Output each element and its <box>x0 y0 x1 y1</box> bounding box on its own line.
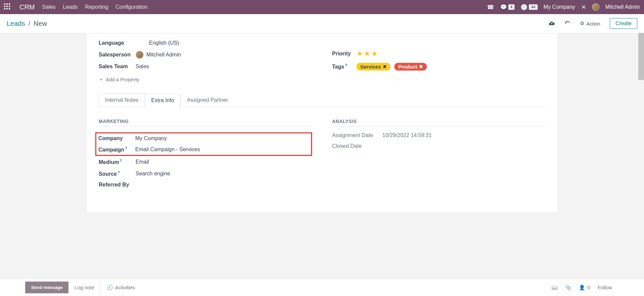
plus-icon: ＋ <box>99 76 104 83</box>
value-source[interactable]: Search engine <box>136 171 170 177</box>
clock-icon: 🕘 <box>521 4 528 11</box>
chat-count: 4 <box>508 4 515 10</box>
value-salesteam[interactable]: Sales <box>136 64 149 70</box>
send-message-button[interactable]: Send message <box>25 282 68 293</box>
chatter-right: 📖 📎 👤 0 Follow <box>551 285 644 291</box>
svg-rect-1 <box>6 3 8 5</box>
nav-link-sales[interactable]: Sales <box>42 4 56 10</box>
clock-outline-icon: 🕘 <box>107 285 113 291</box>
tag-services[interactable]: Services✖ <box>356 63 391 71</box>
value-company[interactable]: My Company <box>135 135 167 141</box>
tab-extra-info[interactable]: Extra Info <box>145 94 181 107</box>
field-salesperson: Salesperson Mitchell Admin <box>99 51 312 59</box>
book-icon[interactable]: 📖 <box>551 285 558 291</box>
value-campaign[interactable]: Email Campaign - Services <box>135 146 200 153</box>
tag-remove-icon[interactable]: ✖ <box>419 64 423 69</box>
svg-rect-3 <box>4 6 5 7</box>
attachment-icon[interactable]: 📎 <box>565 285 572 291</box>
company-switcher[interactable]: My Company <box>544 4 575 10</box>
tag-remove-icon[interactable]: ✖ <box>383 64 387 69</box>
tags-container[interactable]: Services✖ Product✖ <box>356 63 429 71</box>
field-language: Language English (US) <box>99 40 312 46</box>
highlight-box: Company My Company Campaign? Email Campa… <box>95 132 312 156</box>
user-name[interactable]: Mitchell Admin <box>605 4 640 10</box>
label-salesperson: Salesperson <box>99 52 136 58</box>
extra-info-cols: MARKETING Company My Company Campaign? E… <box>99 107 545 193</box>
analysis-heading: ANALYSIS <box>332 119 546 126</box>
follow-button[interactable]: Follow <box>598 285 612 290</box>
label-referred: Referred By <box>99 182 136 188</box>
marketing-heading: MARKETING <box>99 119 312 126</box>
value-assignment-date: 10/29/2022 14:59:31 <box>383 132 432 138</box>
field-closed-date: Closed Date <box>332 143 546 149</box>
activities-button[interactable]: 🕘 Activities <box>101 281 141 294</box>
label-closed-date: Closed Date <box>332 143 383 149</box>
user-avatar[interactable] <box>592 3 599 11</box>
svg-rect-2 <box>9 3 10 5</box>
svg-rect-6 <box>4 8 5 9</box>
form-top-cols: Language English (US) Salesperson Mitche… <box>99 40 545 83</box>
log-note-button[interactable]: Log note <box>68 281 100 294</box>
followers-count[interactable]: 👤 0 <box>579 285 590 291</box>
help-icon[interactable]: ? <box>345 63 347 67</box>
field-tags: Tags? Services✖ Product✖ <box>332 63 546 71</box>
svg-rect-8 <box>9 8 10 9</box>
wrench-icon[interactable]: ✕ <box>581 4 586 11</box>
tab-internal-notes[interactable]: Internal Notes <box>99 93 145 107</box>
svg-rect-5 <box>9 6 10 7</box>
breadcrumb-root[interactable]: Leads <box>7 20 25 28</box>
col-right: Priority ★★★ Tags? Services✖ Product✖ <box>332 40 546 83</box>
help-icon[interactable]: ? <box>119 159 122 163</box>
chatter-bar: Send message Log note 🕘 Activities 📖 📎 👤… <box>0 279 644 296</box>
person-icon: 👤 <box>579 285 585 291</box>
marketing-col: MARKETING Company My Company Campaign? E… <box>99 107 312 193</box>
chat-icon: 💬 <box>500 4 507 11</box>
app-title[interactable]: CRM <box>19 3 35 11</box>
action-dropdown[interactable]: ⚙ Action <box>580 20 600 27</box>
chat-badge[interactable]: 💬 4 <box>500 4 515 11</box>
label-priority: Priority <box>332 51 356 57</box>
apps-icon[interactable] <box>4 3 10 11</box>
value-language[interactable]: English (US) <box>149 40 179 46</box>
label-salesteam: Sales Team <box>99 64 136 70</box>
nav-link-leads[interactable]: Leads <box>63 4 78 10</box>
activity-count: 44 <box>529 4 537 10</box>
nav-link-configuration[interactable]: Configuration <box>116 4 148 10</box>
nav-link-reporting[interactable]: Reporting <box>85 4 108 10</box>
value-medium[interactable]: Email <box>136 159 149 165</box>
tag-product[interactable]: Product✖ <box>394 63 427 71</box>
control-actions: ⚙ Action Create <box>548 18 637 29</box>
salesperson-avatar <box>136 51 144 59</box>
breadcrumb-current: New <box>34 20 47 28</box>
tab-assigned-partner[interactable]: Assigned Partner <box>181 93 235 107</box>
activity-badge[interactable]: 🕘 44 <box>521 4 537 11</box>
save-cloud-icon[interactable] <box>548 20 555 27</box>
svg-rect-7 <box>6 8 8 9</box>
field-salesteam: Sales Team Sales <box>99 64 312 70</box>
field-company: Company My Company <box>98 135 309 141</box>
top-navbar: CRM Sales Leads Reporting Configuration … <box>0 0 644 14</box>
field-campaign: Campaign? Email Campaign - Services <box>98 146 309 153</box>
nav-right: ☎ 💬 4 🕘 44 My Company ✕ Mitchell Admin <box>487 3 640 11</box>
label-medium: Medium? <box>99 159 136 165</box>
form-sheet-wrap: Language English (US) Salesperson Mitche… <box>0 33 644 279</box>
create-button[interactable]: Create <box>610 18 637 29</box>
discard-icon[interactable] <box>564 20 571 27</box>
svg-rect-4 <box>6 6 8 7</box>
field-priority: Priority ★★★ <box>332 49 546 58</box>
priority-stars[interactable]: ★★★ <box>356 49 379 58</box>
scrollbar-thumb[interactable] <box>638 33 644 80</box>
phone-icon[interactable]: ☎ <box>487 4 494 11</box>
add-property-label: Add a Property <box>106 77 139 82</box>
label-assignment-date: Assignment Date <box>332 132 383 138</box>
analysis-col: ANALYSIS Assignment Date 10/29/2022 14:5… <box>332 107 546 193</box>
label-language: Language <box>99 40 136 46</box>
breadcrumb-sep: / <box>29 20 31 28</box>
help-icon[interactable]: ? <box>125 146 127 150</box>
tabs: Internal Notes Extra Info Assigned Partn… <box>99 93 545 107</box>
label-tags: Tags? <box>332 63 356 70</box>
col-left: Language English (US) Salesperson Mitche… <box>99 40 312 83</box>
add-property-button[interactable]: ＋ Add a Property <box>99 76 139 83</box>
value-salesperson[interactable]: Mitchell Admin <box>136 51 181 59</box>
help-icon[interactable]: ? <box>117 170 120 174</box>
